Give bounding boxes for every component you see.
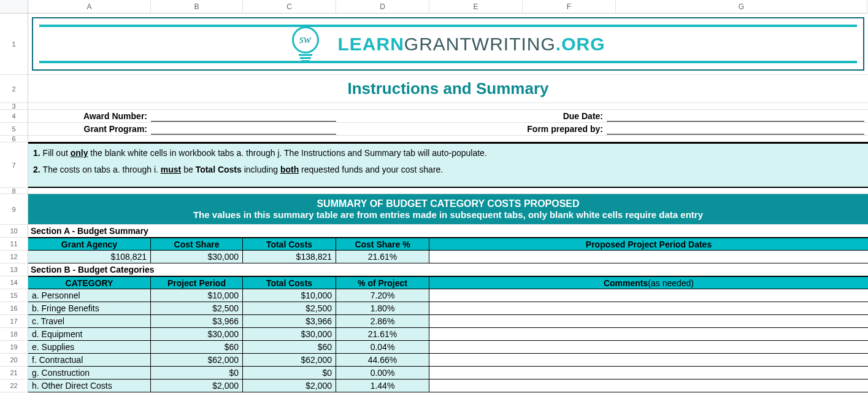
- select-all-corner[interactable]: [0, 0, 28, 14]
- section-b-header-row: CATEGORY Project Period Total Costs % of…: [28, 276, 868, 289]
- th-period-dates: Proposed Project Period Dates: [429, 238, 868, 250]
- row-header-17[interactable]: 17: [0, 315, 28, 328]
- row-header-8[interactable]: 8: [0, 188, 28, 194]
- cat-pct[interactable]: 7.20%: [336, 289, 429, 302]
- row-header-4[interactable]: 4: [0, 110, 28, 123]
- row-header-14[interactable]: 14: [0, 276, 28, 289]
- cat-total-costs[interactable]: $2,500: [243, 302, 336, 314]
- row-header-5[interactable]: 5: [0, 123, 28, 136]
- table-row: f. Contractual$62,000$62,00044.66%: [28, 354, 868, 367]
- cat-comment[interactable]: [429, 367, 868, 379]
- th-comments: Comments (as needed): [429, 277, 868, 289]
- row-header-13[interactable]: 13: [0, 263, 28, 276]
- cat-name[interactable]: e. Supplies: [28, 341, 151, 353]
- cat-project-period[interactable]: $0: [151, 367, 243, 379]
- table-row: e. Supplies$60$600.04%: [28, 341, 868, 354]
- row-header-12[interactable]: 12: [0, 251, 28, 263]
- table-row: h. Other Direct Costs$2,000$2,0001.44%: [28, 380, 868, 392]
- row-header-9[interactable]: 9: [0, 194, 28, 225]
- spreadsheet-app: ABCDEFG 12345678910111213141516171819202…: [0, 0, 868, 409]
- cat-total-costs[interactable]: $30,000: [243, 328, 336, 340]
- cat-total-costs[interactable]: $62,000: [243, 354, 336, 366]
- cat-name[interactable]: a. Personnel: [28, 289, 151, 302]
- cat-total-costs[interactable]: $3,966: [243, 315, 336, 327]
- spacer-row-3: [28, 103, 868, 110]
- cat-pct[interactable]: 0.00%: [336, 367, 429, 379]
- cat-comment[interactable]: [429, 328, 868, 340]
- table-row: a. Personnel$10,000$10,0007.20%: [28, 289, 868, 302]
- val-cost-share[interactable]: $30,000: [151, 251, 243, 263]
- cat-comment[interactable]: [429, 354, 868, 366]
- cat-name[interactable]: d. Equipment: [28, 328, 151, 340]
- cat-name[interactable]: g. Construction: [28, 367, 151, 379]
- row-header-22[interactable]: 22: [0, 380, 28, 392]
- col-header-A[interactable]: A: [28, 0, 151, 14]
- cat-total-costs[interactable]: $10,000: [243, 289, 336, 302]
- cat-name[interactable]: c. Travel: [28, 315, 151, 327]
- label-award-number: Award Number:: [28, 110, 151, 122]
- instruction-1: 1. Fill out only the blank white cells i…: [33, 147, 863, 159]
- val-period-dates[interactable]: [429, 251, 868, 263]
- col-header-E[interactable]: E: [429, 0, 523, 14]
- row-header-19[interactable]: 19: [0, 341, 28, 354]
- col-header-G[interactable]: G: [616, 0, 867, 14]
- cat-project-period[interactable]: $3,966: [151, 315, 243, 327]
- row-header-1[interactable]: 1: [0, 14, 28, 75]
- input-due-date[interactable]: [607, 110, 864, 122]
- row-header-3[interactable]: 3: [0, 103, 28, 110]
- row-header-21[interactable]: 21: [0, 367, 28, 380]
- cat-name[interactable]: b. Fringe Benefits: [28, 302, 151, 314]
- val-cost-share-pct[interactable]: 21.61%: [336, 251, 429, 263]
- section-b-title: Section B - Budget Categories: [28, 263, 868, 276]
- label-form-prepared-by: Form prepared by:: [515, 123, 607, 135]
- input-grant-program[interactable]: [151, 123, 336, 134]
- cat-total-costs[interactable]: $2,000: [243, 380, 336, 392]
- cat-comment[interactable]: [429, 302, 868, 314]
- table-row: c. Travel$3,966$3,9662.86%: [28, 315, 868, 328]
- col-header-C[interactable]: C: [243, 0, 336, 14]
- sheet-content[interactable]: sw LEARNGRANTWRITING.ORG Instructions an…: [28, 14, 868, 409]
- col-header-F[interactable]: F: [523, 0, 616, 14]
- input-form-prepared-by[interactable]: [607, 123, 864, 134]
- row-header-10[interactable]: 10: [0, 225, 28, 238]
- cat-project-period[interactable]: $30,000: [151, 328, 243, 340]
- row-header-11[interactable]: 11: [0, 238, 28, 251]
- cat-pct[interactable]: 0.04%: [336, 341, 429, 353]
- cat-comment[interactable]: [429, 315, 868, 327]
- cat-comment[interactable]: [429, 289, 868, 302]
- input-award-number[interactable]: [151, 110, 336, 122]
- cat-pct[interactable]: 21.61%: [336, 328, 429, 340]
- row-header-2[interactable]: 2: [0, 75, 28, 103]
- wordmark-learn: LEARN: [338, 34, 404, 54]
- row-header-7[interactable]: 7: [0, 142, 28, 188]
- val-total-costs[interactable]: $138,821: [243, 251, 336, 263]
- instructions-block: 1. Fill out only the blank white cells i…: [28, 142, 868, 188]
- cat-project-period[interactable]: $2,000: [151, 380, 243, 392]
- cat-project-period[interactable]: $62,000: [151, 354, 243, 366]
- th-project-period: Project Period: [151, 277, 243, 289]
- cat-comment[interactable]: [429, 380, 868, 392]
- cat-name[interactable]: h. Other Direct Costs: [28, 380, 151, 392]
- val-grant-agency[interactable]: $108,821: [28, 251, 151, 263]
- label-row-program-prepared: Grant Program: Form prepared by:: [28, 123, 868, 136]
- cat-pct[interactable]: 44.66%: [336, 354, 429, 366]
- row-header-6[interactable]: 6: [0, 136, 28, 142]
- cat-name[interactable]: f. Contractual: [28, 354, 151, 366]
- cat-project-period[interactable]: $2,500: [151, 302, 243, 314]
- row-header-16[interactable]: 16: [0, 302, 28, 315]
- summary-header: SUMMARY OF BUDGET CATEGORY COSTS PROPOSE…: [28, 194, 868, 225]
- cat-pct[interactable]: 1.44%: [336, 380, 429, 392]
- col-header-B[interactable]: B: [151, 0, 243, 14]
- row-header-15[interactable]: 15: [0, 289, 28, 302]
- cat-comment[interactable]: [429, 341, 868, 353]
- row-header-18[interactable]: 18: [0, 328, 28, 341]
- cat-project-period[interactable]: $10,000: [151, 289, 243, 302]
- cat-pct[interactable]: 1.80%: [336, 302, 429, 314]
- cat-pct[interactable]: 2.86%: [336, 315, 429, 327]
- cat-total-costs[interactable]: $0: [243, 367, 336, 379]
- cat-total-costs[interactable]: $60: [243, 341, 336, 353]
- cat-project-period[interactable]: $60: [151, 341, 243, 353]
- col-header-D[interactable]: D: [336, 0, 429, 14]
- row-header-20[interactable]: 20: [0, 354, 28, 367]
- summary-header-line2: The values in this summary table are fro…: [193, 209, 703, 220]
